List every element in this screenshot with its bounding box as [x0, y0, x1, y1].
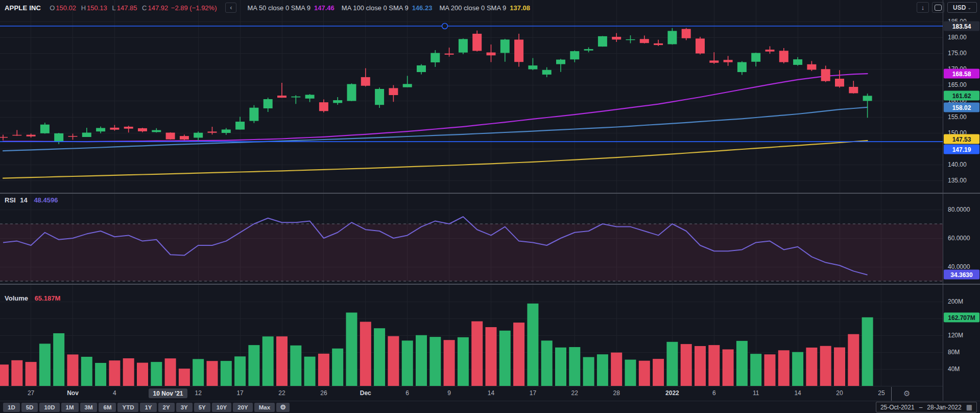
ma50-line[interactable]	[3, 74, 868, 142]
candle[interactable]	[612, 37, 621, 39]
candle[interactable]	[807, 64, 816, 70]
candle[interactable]	[138, 128, 147, 131]
volume-bar[interactable]	[750, 354, 761, 386]
volume-bar[interactable]	[471, 322, 483, 386]
volume-bar[interactable]	[165, 358, 176, 386]
range-button-max[interactable]: Max	[254, 403, 275, 412]
candle[interactable]	[166, 133, 175, 140]
volume-bar[interactable]	[486, 327, 497, 386]
candle[interactable]	[96, 128, 105, 131]
pane-separator-rsi-volume[interactable]	[0, 284, 980, 285]
candle[interactable]	[682, 29, 691, 38]
volume-bar[interactable]	[151, 362, 162, 386]
pane-separator-main-rsi[interactable]	[0, 193, 980, 194]
volume-bar[interactable]	[444, 340, 455, 386]
volume-bar[interactable]	[862, 317, 873, 386]
candle[interactable]	[68, 136, 78, 137]
volume-bar[interactable]	[806, 348, 817, 386]
volume-bar[interactable]	[555, 348, 566, 386]
candle[interactable]	[542, 70, 552, 75]
volume-bar[interactable]	[95, 363, 106, 386]
range-button-20y[interactable]: 20Y	[233, 403, 252, 412]
volume-bar[interactable]	[736, 341, 748, 386]
candle[interactable]	[835, 79, 844, 86]
volume-bar[interactable]	[848, 334, 859, 386]
volume-bar[interactable]	[513, 323, 524, 386]
range-button-1y[interactable]: 1Y	[140, 403, 156, 412]
indicator-item[interactable]: MA 50 close 0 SMA 9147.46	[247, 4, 334, 12]
volume-bar[interactable]	[81, 357, 92, 386]
volume-bar[interactable]	[221, 361, 232, 386]
candle[interactable]	[766, 50, 775, 52]
candle[interactable]	[124, 127, 133, 129]
volume-bar[interactable]	[0, 364, 9, 386]
volume-bar[interactable]	[67, 355, 79, 386]
candle[interactable]	[640, 39, 649, 43]
candle[interactable]	[779, 51, 788, 62]
candle[interactable]	[598, 36, 607, 47]
candle[interactable]	[27, 135, 36, 136]
candle[interactable]	[152, 130, 161, 132]
candle[interactable]	[724, 60, 733, 62]
range-button-6m[interactable]: 6M	[99, 403, 116, 412]
volume-bar[interactable]	[402, 340, 413, 386]
candle[interactable]	[12, 135, 21, 136]
candle[interactable]	[40, 125, 50, 133]
volume-bar[interactable]	[597, 354, 608, 386]
candle[interactable]	[709, 60, 719, 62]
candle[interactable]	[54, 133, 63, 142]
candle[interactable]	[319, 102, 328, 111]
currency-dropdown[interactable]: USD ⌄	[947, 2, 977, 13]
volume-bar[interactable]	[416, 335, 427, 386]
candle[interactable]	[389, 88, 398, 95]
range-button-10y[interactable]: 10Y	[212, 403, 231, 412]
volume-bar[interactable]	[304, 357, 316, 386]
volume-bar[interactable]	[374, 328, 385, 386]
volume-bar[interactable]	[611, 353, 622, 386]
toolbar-settings-button[interactable]: ⚙	[276, 403, 290, 412]
rsi-title[interactable]: RSI	[5, 196, 16, 204]
candle[interactable]	[347, 84, 356, 101]
time-axis-settings-button[interactable]: ⚙	[900, 388, 913, 399]
candle[interactable]	[445, 54, 454, 55]
price-axis[interactable]: 185.00180.00175.00170.00165.00160.00155.…	[943, 0, 980, 401]
volume-bar[interactable]	[820, 346, 831, 386]
candle[interactable]	[249, 108, 258, 121]
volume-bar[interactable]	[179, 369, 190, 386]
candle[interactable]	[863, 96, 872, 101]
volume-bar[interactable]	[26, 362, 37, 386]
volume-bar[interactable]	[276, 336, 288, 386]
volume-title[interactable]: Volume	[5, 294, 28, 302]
candle[interactable]	[570, 51, 579, 59]
volume-bar[interactable]	[527, 304, 538, 386]
candle[interactable]	[194, 133, 203, 138]
range-button-3m[interactable]: 3M	[80, 403, 98, 412]
volume-bar[interactable]	[137, 363, 148, 386]
volume-bar[interactable]	[723, 350, 734, 386]
volume-bar[interactable]	[262, 336, 274, 386]
candle[interactable]	[403, 84, 412, 87]
volume-bar[interactable]	[123, 358, 134, 386]
volume-bar[interactable]	[583, 357, 594, 386]
candle[interactable]	[696, 38, 705, 53]
candle[interactable]	[514, 40, 523, 62]
volume-bar[interactable]	[318, 354, 329, 386]
download-button[interactable]: ↓	[917, 2, 929, 13]
volume-bar[interactable]	[109, 360, 120, 386]
candle[interactable]	[500, 39, 510, 53]
range-button-5y[interactable]: 5Y	[194, 403, 210, 412]
volume-bar[interactable]	[541, 340, 553, 386]
candle[interactable]	[305, 95, 315, 98]
volume-bar[interactable]	[332, 349, 343, 386]
date-range-picker[interactable]: 25-Oct-2021 – 28-Jan-2022 ▦	[876, 402, 977, 412]
candle[interactable]	[110, 128, 119, 130]
candle[interactable]	[667, 31, 677, 44]
indicator-item[interactable]: MA 100 close 0 SMA 9146.23	[342, 4, 433, 12]
volume-bar[interactable]	[39, 343, 51, 386]
candle[interactable]	[0, 137, 8, 138]
candle[interactable]	[208, 131, 217, 132]
candle[interactable]	[235, 122, 245, 130]
candle[interactable]	[459, 39, 468, 52]
volume-bar[interactable]	[248, 345, 259, 386]
candle[interactable]	[654, 43, 663, 45]
